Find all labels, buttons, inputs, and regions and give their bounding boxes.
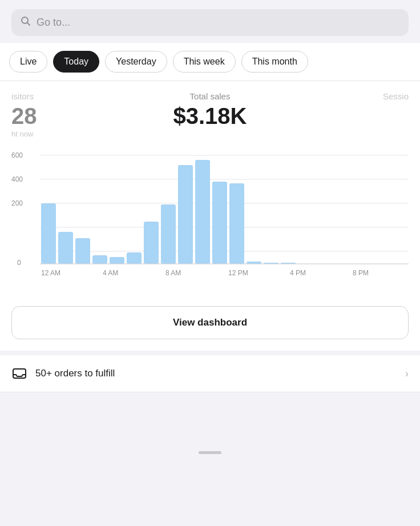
bar-6 — [144, 222, 159, 264]
view-dashboard-button[interactable]: View dashboard — [11, 306, 409, 339]
svg-text:4 PM: 4 PM — [290, 269, 306, 277]
visitors-metric: isitors 28 ht now — [11, 91, 144, 138]
svg-text:0: 0 — [17, 259, 21, 267]
svg-text:4 AM: 4 AM — [103, 269, 118, 277]
bar-1 — [58, 232, 73, 264]
sessions-metric: Sessio — [276, 91, 409, 138]
search-icon — [21, 16, 31, 29]
svg-text:200: 200 — [11, 199, 23, 207]
bar-12 — [247, 262, 261, 264]
svg-text:12 AM: 12 AM — [41, 269, 60, 277]
svg-text:400: 400 — [11, 175, 23, 183]
search-bar[interactable]: Go to... — [11, 9, 409, 36]
search-placeholder: Go to... — [37, 17, 70, 29]
bar-8 — [178, 165, 193, 264]
inbox-icon — [11, 366, 27, 382]
tab-yesterday[interactable]: Yesterday — [105, 51, 167, 73]
chart-container: 600 400 200 0 — [0, 144, 420, 298]
bar-4 — [110, 257, 124, 264]
chevron-right-icon: › — [405, 368, 409, 380]
bar-2 — [75, 238, 90, 264]
bar-9 — [195, 160, 210, 264]
metrics-row: isitors 28 ht now Total sales $3.18K Ses… — [0, 81, 420, 144]
orders-row[interactable]: 50+ orders to fulfill › — [0, 355, 420, 392]
bottom-sheet-handle-area — [0, 392, 420, 461]
chart-area: 600 400 200 0 — [11, 150, 409, 287]
bottom-sheet-handle — [199, 451, 221, 454]
view-dashboard-container: View dashboard — [0, 298, 420, 351]
bar-11 — [229, 183, 244, 264]
sessions-label: Sessio — [276, 91, 409, 101]
search-bar-container: Go to... — [0, 0, 420, 43]
tabs-row: Live Today Yesterday This week This mont… — [0, 43, 420, 81]
bar-3 — [92, 255, 107, 264]
visitors-label: isitors — [11, 91, 144, 101]
tab-this-month[interactable]: This month — [241, 51, 308, 73]
bar-5 — [127, 252, 142, 264]
visitors-sublabel: ht now — [11, 130, 144, 138]
chart-svg: 600 400 200 0 — [11, 150, 409, 287]
total-sales-label: Total sales — [144, 91, 276, 101]
section-divider — [0, 351, 420, 355]
total-sales-value: $3.18K — [144, 103, 276, 129]
tab-live[interactable]: Live — [9, 51, 47, 73]
svg-text:8 PM: 8 PM — [353, 269, 369, 277]
svg-text:12 PM: 12 PM — [228, 269, 248, 277]
total-sales-metric: Total sales $3.18K — [144, 91, 276, 138]
tab-today[interactable]: Today — [53, 51, 99, 73]
visitors-value: 28 — [11, 103, 144, 129]
svg-text:600: 600 — [11, 151, 23, 159]
orders-label: 50+ orders to fulfill — [35, 368, 397, 379]
svg-line-1 — [27, 23, 30, 26]
bar-0 — [41, 203, 56, 264]
tab-this-week[interactable]: This week — [173, 51, 236, 73]
svg-text:8 AM: 8 AM — [165, 269, 181, 277]
bar-10 — [212, 182, 227, 264]
bar-7 — [161, 204, 176, 264]
